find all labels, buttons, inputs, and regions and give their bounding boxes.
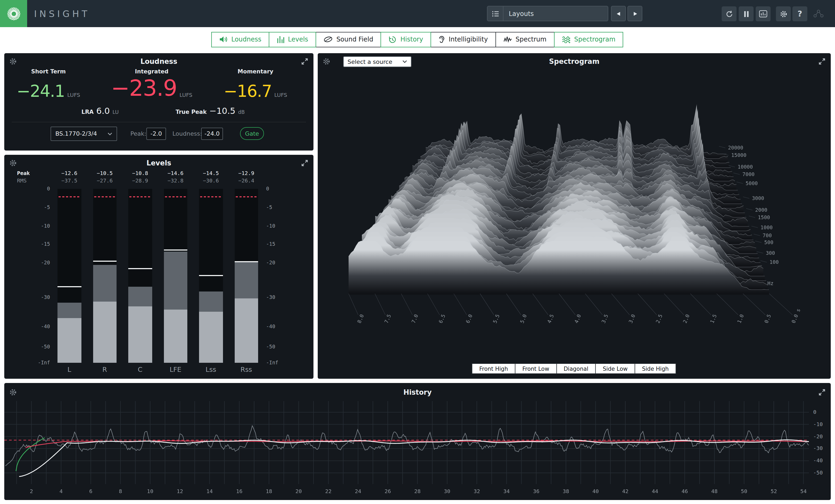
history-y-axis-label: -30 <box>813 445 823 451</box>
tab-label: Spectrogram <box>574 36 615 43</box>
freq-axis-unit-label: Hz <box>768 280 774 286</box>
rms-row-label: RMS <box>17 178 27 184</box>
view-button-front-high[interactable]: Front High <box>472 363 515 374</box>
peak-threshold-input[interactable] <box>146 128 166 140</box>
history-x-axis-label: 44 <box>647 488 663 494</box>
channel-peak-value: −14.6 <box>160 170 191 176</box>
view-button-side-high[interactable]: Side High <box>635 363 676 374</box>
history-y-axis-label: -10 <box>813 421 823 427</box>
layouts-list-icon <box>488 6 504 21</box>
history-x-axis-label: 50 <box>736 488 752 494</box>
rms-fill <box>128 307 152 363</box>
history-x-axis-label: 18 <box>261 488 277 494</box>
app-title: INSIGHT <box>34 8 90 19</box>
spectrogram-3d-view[interactable] <box>318 53 831 379</box>
view-button-diagonal[interactable]: Diagonal <box>556 363 596 374</box>
levels-scale-label: -Inf <box>266 360 284 365</box>
rms-hold-fill <box>164 252 187 310</box>
rms-fill <box>164 310 187 363</box>
tab-sound-field[interactable]: Sound Field <box>315 31 381 47</box>
history-x-axis-label: 26 <box>380 488 396 494</box>
history-x-axis-label: 22 <box>320 488 337 494</box>
tab-history[interactable]: History <box>381 31 431 47</box>
levels-scale-label: 0 <box>32 186 50 191</box>
channel-name-label: R <box>89 365 121 373</box>
history-y-axis-label: -20 <box>813 433 823 439</box>
freq-axis-label: 7000 <box>742 171 755 177</box>
history-x-axis-label: 54 <box>796 488 812 494</box>
history-clock-icon <box>389 35 397 43</box>
channel-rms-value: −30.6 <box>195 178 227 184</box>
layout-back-button[interactable] <box>611 6 626 21</box>
tab-label: Spectrum <box>515 36 546 43</box>
levels-scale-label: -5 <box>32 204 50 210</box>
settings-gear-icon <box>779 10 787 18</box>
clip-line <box>94 196 116 197</box>
channel-rms-value: −32.8 <box>160 178 191 184</box>
lra-readout: LRA 6.0 LU <box>81 106 119 116</box>
freq-axis-label: 300 <box>766 250 775 256</box>
help-button[interactable]: ? <box>792 6 807 21</box>
clip-line <box>200 196 222 197</box>
loudness-target-input[interactable] <box>201 128 223 140</box>
meter-bridge-button[interactable] <box>756 6 771 21</box>
level-meter-LFE <box>164 189 187 363</box>
loudness-panel: Loudness Short Term −24.1LUFS Integrated… <box>4 53 313 150</box>
levels-scale-label: 0 <box>266 186 284 191</box>
levels-scale-label: -20 <box>266 259 284 266</box>
history-x-axis-label: 52 <box>766 488 782 494</box>
view-button-side-low[interactable]: Side Low <box>595 363 635 374</box>
gate-button[interactable]: Gate <box>240 127 264 140</box>
peak-row-label: Peak <box>17 170 30 176</box>
freq-axis-label: 500 <box>764 239 773 245</box>
loudness-standard-dropdown[interactable]: BS.1770-2/3/4 <box>50 127 117 141</box>
history-x-axis-label: 34 <box>498 488 515 494</box>
rms-hold-fill <box>128 287 152 307</box>
sound-field-icon <box>324 36 333 43</box>
short-term-label: Short Term <box>1 68 96 75</box>
true-peak-readout: True Peak −10.5 dB <box>176 106 245 116</box>
channel-name-label: Lss <box>195 365 227 373</box>
integrated-value: −23.9 <box>111 77 177 100</box>
channel-name-label: L <box>54 365 85 373</box>
history-x-axis-label: 20 <box>290 488 307 494</box>
freq-axis-label: 1000 <box>760 225 773 230</box>
history-x-axis-label: 16 <box>231 488 247 494</box>
rms-hold-fill <box>58 303 81 318</box>
freq-axis-label: 5000 <box>746 180 758 186</box>
history-x-axis-label: 28 <box>409 488 426 494</box>
tab-label: Loudness <box>231 36 261 43</box>
tab-spectrum[interactable]: Spectrum <box>495 31 554 47</box>
levels-scale-label: -15 <box>266 241 284 247</box>
pause-button[interactable] <box>739 6 754 21</box>
momentary-value: −16.7 <box>224 83 272 100</box>
channel-rms-value: −26.4 <box>230 178 262 184</box>
ear-icon <box>439 35 445 43</box>
signal-chain-icon <box>813 9 824 20</box>
channel-rms-value: −27.6 <box>89 178 121 184</box>
history-expand-icon[interactable] <box>818 389 826 396</box>
levels-panel: Levels Peak RMS 00-5-5-10-10-15-15-20-20… <box>4 155 313 379</box>
clip-line <box>236 196 257 197</box>
history-x-axis-label: 32 <box>469 488 485 494</box>
loudness-standard-value: BS.1770-2/3/4 <box>55 130 97 137</box>
tab-intelligibility[interactable]: Intelligibility <box>430 31 496 47</box>
tab-label: History <box>401 36 423 43</box>
loudness-expand-icon[interactable] <box>301 58 308 65</box>
settings-button[interactable] <box>776 6 791 21</box>
channel-name-label: C <box>124 365 156 373</box>
loop-playback-button[interactable] <box>721 6 736 21</box>
izotope-logo <box>0 0 27 27</box>
question-mark-icon: ? <box>797 9 802 19</box>
layout-forward-button[interactable] <box>628 6 643 21</box>
clip-line <box>129 196 151 197</box>
loop-icon <box>725 10 733 18</box>
layouts-dropdown[interactable]: Layouts <box>487 6 608 21</box>
tab-loudness[interactable]: Loudness <box>211 31 269 47</box>
view-button-front-low[interactable]: Front Low <box>515 363 557 374</box>
levels-expand-icon[interactable] <box>301 160 308 167</box>
tab-spectrogram[interactable]: Spectrogram <box>554 31 624 47</box>
tab-levels[interactable]: Levels <box>269 31 316 47</box>
rms-hold-fill <box>199 292 223 312</box>
history-x-axis-label: 6 <box>83 488 99 494</box>
